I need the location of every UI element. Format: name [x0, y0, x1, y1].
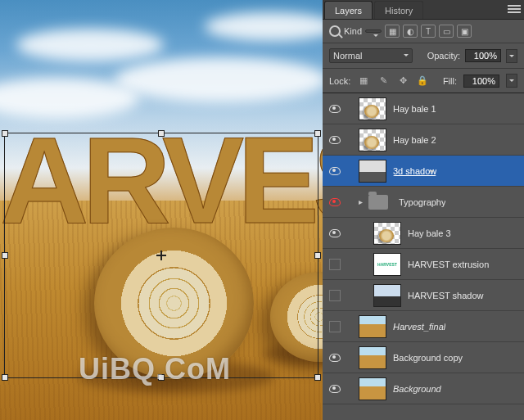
layer-row[interactable]: HARVESTHARVEST extrusion — [323, 249, 524, 280]
layer-filter-bar: Kind ▦ ◐ T ▭ ▣ — [323, 20, 524, 43]
fill-label: Fill: — [443, 76, 457, 86]
tab-history[interactable]: History — [374, 1, 423, 19]
layer-row[interactable]: ▸Typography — [323, 187, 524, 218]
eye-icon — [329, 385, 341, 393]
layer-thumbnail[interactable] — [373, 284, 401, 307]
layer-row[interactable]: HARVEST shadow — [323, 280, 524, 311]
layer-thumbnail[interactable] — [359, 346, 386, 369]
layer-row[interactable]: Hay bale 3 — [323, 218, 524, 249]
filter-type-icon[interactable]: T — [421, 25, 436, 38]
eye-icon — [329, 198, 341, 206]
layer-name[interactable]: HARVEST shadow — [408, 291, 484, 300]
layer-visibility-toggle[interactable] — [323, 321, 347, 332]
chevron-right-icon[interactable]: ▸ — [359, 197, 363, 206]
tab-layers[interactable]: Layers — [324, 1, 373, 19]
layer-name[interactable]: Hay bale 3 — [408, 228, 451, 238]
layer-row[interactable]: 3d shadow — [323, 156, 524, 187]
lock-transparency-icon[interactable]: ▦ — [357, 75, 370, 87]
eye-icon — [329, 167, 341, 175]
search-icon[interactable] — [329, 25, 341, 37]
layer-thumbnail[interactable] — [359, 377, 386, 400]
watermark-main: UiBQ.CoM — [79, 352, 231, 386]
layer-name[interactable]: Hay bale 2 — [393, 135, 436, 145]
filter-kind-select[interactable] — [365, 29, 382, 33]
filter-adjust-icon[interactable]: ◐ — [403, 25, 418, 38]
layer-visibility-toggle[interactable] — [323, 385, 347, 393]
layers-panel: Layers History Kind ▦ ◐ T ▭ ▣ Normal Opa… — [323, 0, 524, 420]
lock-paint-icon[interactable]: ✎ — [377, 75, 390, 87]
panel-tabbar: Layers History — [323, 0, 524, 20]
eye-icon — [329, 354, 341, 362]
fill-input[interactable]: 100% — [463, 75, 499, 88]
layer-name[interactable]: Hay bale 1 — [393, 104, 436, 114]
lock-bar: Lock: ▦ ✎ ✥ 🔒 Fill: 100% — [323, 69, 524, 93]
opacity-dropdown-icon[interactable] — [506, 49, 517, 63]
eye-icon — [329, 136, 341, 144]
lock-label: Lock: — [329, 76, 350, 86]
filter-pixel-icon[interactable]: ▦ — [385, 25, 400, 38]
layer-name[interactable]: Background — [393, 384, 441, 394]
layer-visibility-toggle[interactable] — [323, 259, 347, 270]
layer-name[interactable]: 3d shadow — [393, 166, 436, 176]
document-canvas[interactable]: ARVES UiBQ.CoM — [0, 0, 323, 420]
layer-row[interactable]: Hay bale 1 — [323, 93, 524, 124]
layer-name[interactable]: Background copy — [393, 353, 463, 363]
layer-thumbnail[interactable] — [359, 97, 386, 120]
eye-icon — [329, 229, 341, 237]
blend-mode-select[interactable]: Normal — [329, 48, 413, 63]
layer-row[interactable]: Background copy — [323, 342, 524, 373]
filter-shape-icon[interactable]: ▭ — [439, 25, 454, 38]
eye-icon — [329, 105, 341, 113]
folder-icon — [364, 191, 392, 214]
layer-thumbnail[interactable] — [373, 222, 401, 245]
opacity-input[interactable]: 100% — [465, 49, 501, 62]
filter-kind-label: Kind — [344, 26, 362, 36]
layer-name[interactable]: Harvest_final — [393, 322, 445, 332]
fill-dropdown-icon[interactable] — [506, 74, 517, 88]
layer-row[interactable]: Hay bale 2 — [323, 124, 524, 156]
filter-smart-icon[interactable]: ▣ — [457, 25, 472, 38]
layer-name[interactable]: HARVEST extrusion — [408, 260, 489, 269]
visibility-off-icon — [329, 321, 341, 332]
layer-thumbnail[interactable] — [359, 160, 386, 183]
layer-row[interactable]: Background — [323, 373, 524, 404]
lock-position-icon[interactable]: ✥ — [396, 75, 409, 87]
blend-options-bar: Normal Opacity: 100% — [323, 43, 524, 69]
layer-name[interactable]: Typography — [399, 197, 445, 207]
opacity-label: Opacity: — [427, 51, 460, 61]
lock-all-icon[interactable]: 🔒 — [416, 75, 429, 87]
layer-thumbnail[interactable]: HARVEST — [373, 253, 401, 276]
layer-thumbnail[interactable] — [359, 315, 386, 338]
visibility-off-icon — [329, 259, 341, 270]
panel-menu-icon[interactable] — [508, 3, 521, 15]
layer-visibility-toggle[interactable] — [323, 198, 347, 206]
layer-visibility-toggle[interactable] — [323, 354, 347, 362]
layer-visibility-toggle[interactable] — [323, 290, 347, 301]
layer-thumbnail[interactable] — [359, 129, 386, 151]
visibility-off-icon — [329, 290, 341, 301]
layer-visibility-toggle[interactable] — [323, 229, 347, 237]
layer-visibility-toggle[interactable] — [323, 105, 347, 113]
layer-list[interactable]: Hay bale 1Hay bale 23d shadow▸Typography… — [323, 93, 524, 404]
layer-visibility-toggle[interactable] — [323, 136, 347, 144]
layer-visibility-toggle[interactable] — [323, 167, 347, 175]
layer-row[interactable]: Harvest_final — [323, 311, 524, 342]
